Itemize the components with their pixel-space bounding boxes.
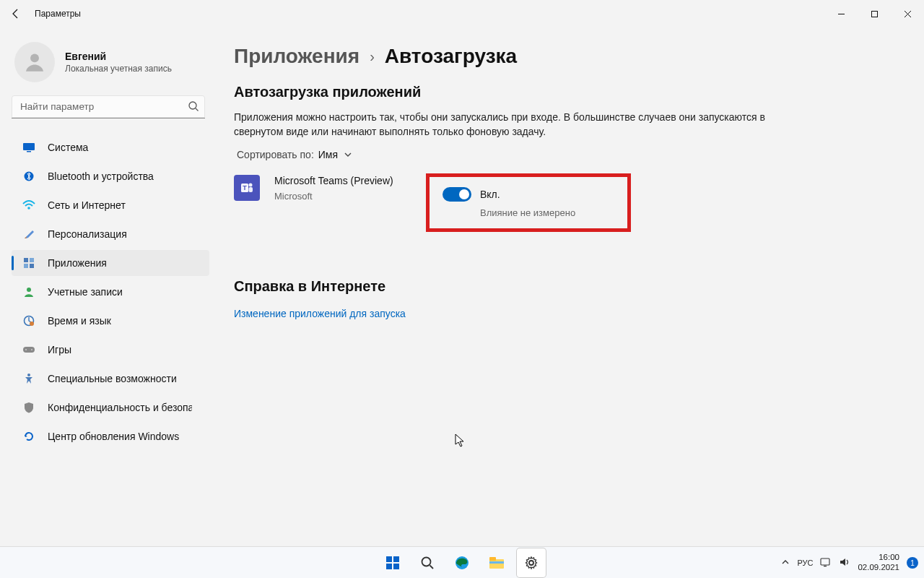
nav-personalization[interactable]: Персонализация [12, 221, 209, 247]
svg-rect-9 [24, 258, 28, 262]
tray-language[interactable]: РУС [797, 558, 813, 567]
svg-rect-27 [393, 564, 399, 569]
nav-bluetooth[interactable]: Bluetooth и устройства [12, 163, 209, 189]
sidebar: Евгений Локальная учетная запись Система… [0, 27, 217, 546]
svg-point-2 [30, 53, 39, 62]
nav: Система Bluetooth и устройства Сеть и Ин… [12, 134, 209, 452]
search-box [12, 95, 206, 118]
nav-accounts[interactable]: Учетные записи [12, 279, 209, 305]
user-name: Евгений [65, 51, 172, 62]
svg-rect-35 [821, 558, 829, 565]
nav-privacy[interactable]: Конфиденциальность и безопасность [12, 394, 209, 420]
svg-rect-11 [24, 264, 28, 268]
section-description: Приложения можно настроить так, чтобы он… [234, 111, 775, 139]
tray-clock[interactable]: 16:00 02.09.2021 [858, 553, 899, 573]
minimize-button[interactable] [824, 0, 858, 27]
svg-point-18 [31, 349, 32, 350]
tray-time: 16:00 [858, 553, 899, 563]
svg-point-28 [422, 557, 431, 566]
svg-point-19 [27, 374, 30, 376]
startup-toggle[interactable] [443, 187, 471, 202]
svg-rect-23 [249, 187, 253, 192]
nav-label: Время и язык [48, 315, 111, 327]
taskbar-search-button[interactable] [413, 548, 442, 577]
svg-point-8 [27, 207, 30, 210]
taskbar-settings-button[interactable] [517, 548, 546, 577]
nav-label: Центр обновления Windows [48, 431, 179, 442]
maximize-button[interactable] [858, 0, 891, 27]
close-button[interactable] [891, 0, 924, 27]
nav-label: Приложения [48, 257, 107, 269]
svg-rect-24 [386, 556, 392, 562]
section-heading: Автозагрузка приложений [234, 84, 895, 100]
nav-gaming[interactable]: Игры [12, 337, 209, 363]
breadcrumb-parent[interactable]: Приложения [234, 45, 359, 68]
brush-icon [22, 227, 36, 241]
toggle-state-label: Вкл. [480, 189, 500, 200]
accessibility-icon [22, 371, 36, 386]
tray-notification-badge[interactable]: 1 [907, 557, 918, 569]
svg-point-17 [25, 349, 27, 350]
start-button[interactable] [378, 548, 407, 577]
taskbar: РУС 16:00 02.09.2021 1 [0, 546, 924, 578]
highlight-box: Вкл. Влияние не измерено [426, 173, 631, 232]
nav-accessibility[interactable]: Специальные возможности [12, 366, 209, 392]
svg-rect-10 [30, 258, 34, 262]
svg-line-4 [196, 108, 199, 111]
svg-rect-5 [23, 143, 35, 150]
nav-label: Игры [48, 344, 71, 355]
nav-time-language[interactable]: Время и язык [12, 308, 209, 334]
sort-dropdown[interactable]: Сортировать по: Имя [237, 149, 895, 160]
person-icon [22, 285, 36, 299]
taskbar-edge-button[interactable] [448, 548, 476, 577]
svg-point-34 [529, 561, 533, 565]
tray-chevron-up-icon[interactable] [781, 558, 790, 568]
svg-rect-16 [23, 347, 35, 353]
globe-clock-icon [22, 314, 36, 328]
svg-rect-33 [489, 561, 504, 564]
nav-windows-update[interactable]: Центр обновления Windows [12, 423, 209, 449]
update-icon [22, 429, 36, 444]
help-heading: Справка в Интернете [234, 278, 895, 295]
nav-label: Bluetooth и устройства [48, 171, 154, 182]
titlebar: Параметры [0, 0, 924, 27]
shield-icon [22, 400, 36, 415]
help-link[interactable]: Изменение приложений для запуска [234, 308, 895, 319]
impact-label: Влияние не измерено [443, 207, 575, 218]
nav-system[interactable]: Система [12, 134, 209, 160]
wifi-icon [22, 198, 36, 212]
search-input[interactable] [12, 95, 205, 118]
main-panel: Приложения › Автозагрузка Автозагрузка п… [217, 27, 924, 546]
sort-label: Сортировать по: [237, 149, 314, 160]
nav-label: Система [48, 142, 88, 153]
svg-point-22 [249, 184, 253, 187]
search-icon [188, 100, 199, 115]
chevron-down-icon [344, 151, 352, 158]
breadcrumb-current: Автозагрузка [385, 45, 517, 68]
svg-point-3 [189, 102, 196, 109]
user-block[interactable]: Евгений Локальная учетная запись [12, 42, 209, 82]
svg-rect-25 [393, 556, 399, 562]
tray-network-icon[interactable] [820, 557, 832, 569]
svg-point-15 [30, 322, 34, 326]
svg-rect-1 [871, 11, 877, 17]
nav-apps[interactable]: Приложения [12, 250, 209, 276]
sort-value: Имя [318, 149, 338, 160]
back-button[interactable] [7, 5, 25, 22]
nav-label: Учетные записи [48, 286, 123, 298]
tray-date: 02.09.2021 [858, 563, 899, 573]
bluetooth-icon [22, 169, 36, 184]
chevron-right-icon: › [370, 48, 375, 65]
svg-rect-36 [824, 566, 827, 566]
startup-app-row: T Microsoft Teams (Preview) Microsoft Вк… [234, 171, 895, 235]
taskbar-explorer-button[interactable] [482, 548, 511, 577]
nav-network[interactable]: Сеть и Интернет [12, 192, 209, 218]
app-name: Microsoft Teams (Preview) [274, 175, 411, 186]
svg-rect-12 [30, 264, 34, 268]
breadcrumb: Приложения › Автозагрузка [234, 45, 895, 68]
gamepad-icon [22, 342, 36, 357]
window-title: Параметры [35, 9, 81, 19]
system-tray: РУС 16:00 02.09.2021 1 [781, 547, 918, 578]
tray-volume-icon[interactable] [839, 557, 850, 569]
svg-rect-6 [27, 151, 31, 152]
